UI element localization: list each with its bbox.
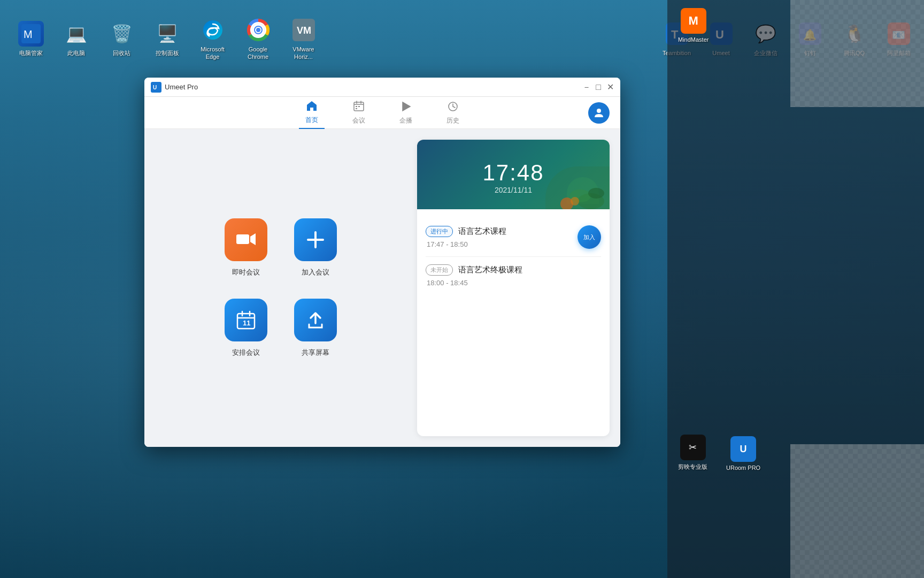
- meeting-icon: [353, 101, 365, 115]
- checkered-bottom: [790, 444, 924, 578]
- title-bar-controls: － □ ✕: [583, 83, 614, 91]
- icon-mindmaster-label: MindMaster: [678, 36, 709, 43]
- svg-point-7: [256, 28, 260, 32]
- icon-ms-edge-label: MicrosoftEdge: [201, 45, 225, 61]
- svg-text:11: 11: [243, 319, 250, 327]
- icon-control-panel-label: 控制面板: [156, 49, 179, 57]
- checkered-top: [790, 0, 924, 107]
- icon-this-pc[interactable]: 💻 此电脑: [56, 21, 96, 57]
- schedule-meeting-label: 安排会议: [232, 348, 260, 358]
- meeting-2-time-range: 18:00 - 18:45: [427, 279, 601, 287]
- close-button[interactable]: ✕: [606, 83, 614, 91]
- svg-text:VM: VM: [297, 25, 311, 36]
- instant-meeting-button[interactable]: 即时会议: [225, 218, 267, 277]
- nav-broadcast-label: 企播: [399, 116, 412, 125]
- icon-recycle-bin[interactable]: 🗑️ 回收站: [102, 21, 142, 57]
- main-content: 即时会议 加入会议: [144, 129, 620, 447]
- instant-meeting-label: 即时会议: [232, 268, 260, 277]
- share-screen-button[interactable]: 共享屏幕: [294, 299, 337, 358]
- svg-text:M: M: [24, 28, 33, 40]
- schedule-item-1: 进行中 语言艺术课程 17:47 - 18:50 加入: [426, 218, 601, 257]
- join-meeting-button[interactable]: 加入会议: [294, 218, 337, 277]
- desktop: M 电脑管家 💻 此电脑 🗑️ 回收站 🖥️ 控制面板 Micro: [0, 0, 924, 578]
- home-icon: [306, 100, 318, 115]
- icon-vmware-label: VMware Horiz...: [283, 45, 324, 61]
- nav-history-label: 历史: [446, 116, 459, 125]
- meeting-1-time-range: 17:47 - 18:50: [427, 240, 578, 248]
- nav-meeting-label: 会议: [352, 116, 365, 125]
- right-panel: M MindMaster ✂ 剪映专业版 U URoom PRO: [667, 0, 924, 578]
- title-bar-logo: U Umeet Pro: [151, 82, 583, 93]
- nav-items: 首页 会议: [299, 97, 466, 129]
- nav-item-broadcast[interactable]: 企播: [393, 97, 419, 128]
- icon-jianying-label: 剪映专业版: [678, 463, 707, 471]
- schedule-item-1-row: 进行中 语言艺术课程 17:47 - 18:50 加入: [426, 225, 601, 249]
- nav-item-history[interactable]: 历史: [440, 97, 466, 128]
- action-row-bottom: 11 安排会议 共享屏幕: [225, 299, 337, 358]
- icon-uroom-pro[interactable]: U URoom PRO: [726, 436, 760, 471]
- action-row-top: 即时会议 加入会议: [225, 218, 337, 277]
- icon-jianying[interactable]: ✂ 剪映专业版: [678, 435, 707, 471]
- meeting-1-status-badge: 进行中: [426, 226, 453, 237]
- nav-item-home[interactable]: 首页: [299, 97, 325, 129]
- icon-recycle-bin-label: 回收站: [113, 49, 130, 57]
- current-date: 2021/11/11: [495, 186, 532, 194]
- svg-point-42: [588, 188, 604, 199]
- svg-marker-27: [403, 102, 410, 111]
- svg-rect-30: [236, 234, 249, 244]
- join-btn-label: 加入: [583, 233, 595, 241]
- minimize-button[interactable]: －: [583, 83, 590, 91]
- svg-rect-25: [358, 106, 360, 107]
- svg-rect-24: [356, 106, 357, 107]
- schedule-panel: 17:48 2021/11/11: [417, 140, 610, 436]
- icon-control-panel[interactable]: 🖥️ 控制面板: [147, 21, 187, 57]
- nav-bar: 首页 会议: [144, 97, 620, 129]
- title-bar: U Umeet Pro － □ ✕: [144, 78, 620, 97]
- maximize-button[interactable]: □: [595, 83, 602, 91]
- history-icon: [447, 101, 459, 115]
- schedule-item-1-info: 进行中 语言艺术课程 17:47 - 18:50: [426, 226, 578, 248]
- icon-vmware[interactable]: VM VMware Horiz...: [283, 17, 324, 61]
- nav-home-label: 首页: [305, 116, 318, 125]
- schedule-header: 17:48 2021/11/11: [417, 140, 610, 209]
- instant-meeting-icon: [225, 218, 267, 261]
- svg-rect-26: [356, 108, 357, 109]
- icon-ms-edge[interactable]: MicrosoftEdge: [192, 17, 233, 61]
- schedule-item-2: 未开始 语言艺术终极课程 18:00 - 18:45: [426, 257, 601, 294]
- current-time: 17:48: [482, 160, 544, 186]
- icon-uroom-pro-label: URoom PRO: [726, 465, 760, 471]
- join-meeting-label: 加入会议: [302, 268, 329, 277]
- join-meeting-icon: [294, 218, 337, 261]
- share-screen-icon: [294, 299, 337, 341]
- app-title: Umeet Pro: [165, 83, 198, 91]
- icon-chrome-label: GoogleChrome: [248, 45, 268, 61]
- nav-item-meeting[interactable]: 会议: [346, 97, 372, 128]
- icon-pc-manager[interactable]: M 电脑管家: [11, 21, 51, 57]
- svg-point-44: [571, 197, 579, 206]
- svg-point-29: [597, 109, 601, 113]
- join-meeting-1-button[interactable]: 加入: [578, 225, 601, 249]
- icon-mindmaster[interactable]: M MindMaster: [678, 8, 709, 43]
- schedule-list: 进行中 语言艺术课程 17:47 - 18:50 加入: [417, 209, 610, 436]
- app-logo-icon: U: [151, 82, 161, 93]
- action-panel: 即时会议 加入会议: [144, 129, 417, 447]
- schedule-meeting-icon: 11: [225, 299, 267, 341]
- share-screen-label: 共享屏幕: [302, 348, 329, 358]
- icon-pc-manager-label: 电脑管家: [19, 49, 43, 57]
- user-avatar[interactable]: [588, 102, 610, 124]
- icon-this-pc-label: 此电脑: [67, 49, 85, 57]
- meeting-2-title: 语言艺术终极课程: [458, 265, 522, 275]
- meeting-2-status-badge: 未开始: [426, 264, 453, 276]
- broadcast-icon: [400, 101, 412, 115]
- svg-point-2: [203, 20, 222, 40]
- app-window: U Umeet Pro － □ ✕ 首页: [144, 78, 620, 447]
- schedule-meeting-button[interactable]: 11 安排会议: [225, 299, 267, 358]
- schedule-item-2-top: 未开始 语言艺术终极课程: [426, 264, 601, 276]
- svg-marker-31: [250, 233, 256, 245]
- meeting-1-title: 语言艺术课程: [458, 226, 506, 237]
- schedule-item-1-top: 进行中 语言艺术课程: [426, 226, 578, 237]
- svg-text:U: U: [153, 85, 157, 90]
- icon-google-chrome[interactable]: GoogleChrome: [238, 17, 278, 61]
